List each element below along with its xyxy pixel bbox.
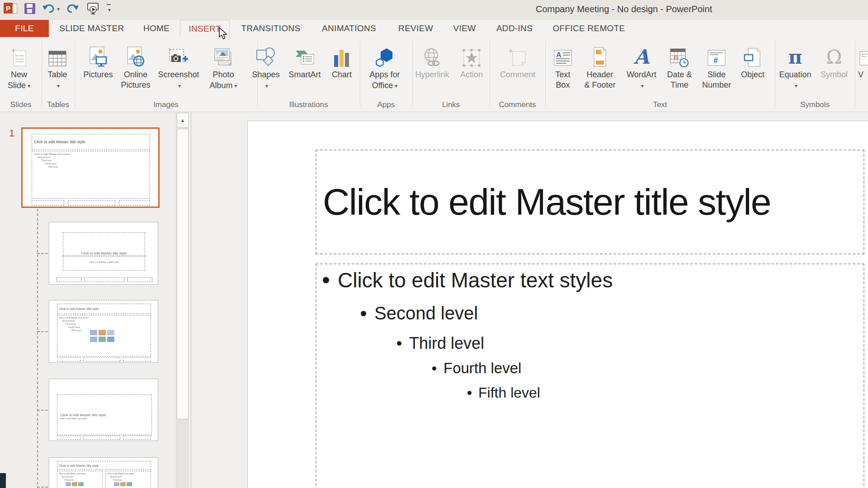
header-footer-icon <box>591 40 609 70</box>
header-footer-button[interactable]: Header & Footer <box>582 40 618 90</box>
group-separator <box>75 41 75 107</box>
bullet-dot <box>361 311 366 316</box>
pictures-icon <box>89 40 108 70</box>
footer-placeholder <box>57 277 82 282</box>
tab-view[interactable]: VIEW <box>445 20 484 37</box>
chart-icon <box>332 40 351 70</box>
screenshot-button[interactable]: Screenshot <box>156 40 202 91</box>
object-button[interactable]: Object <box>737 40 769 80</box>
layout-hierarchy-stub <box>37 410 48 411</box>
tab-file[interactable]: FILE <box>0 20 49 37</box>
comment-button: Comment <box>496 40 539 80</box>
equation-button[interactable]: π Equation <box>775 40 815 91</box>
save-button[interactable] <box>24 3 35 14</box>
master-title-text: Click to edit Master title style <box>323 181 771 223</box>
symbol-icon: Ω <box>826 40 842 70</box>
scrollbar-up-button[interactable]: ▲ <box>177 113 189 127</box>
shapes-button[interactable]: Shapes <box>250 40 282 91</box>
group-separator <box>360 41 360 107</box>
section-header-layout-thumbnail[interactable]: Click to edit Master title style Click t… <box>49 379 158 441</box>
chart-button[interactable]: Chart <box>328 40 356 80</box>
tab-office-remote[interactable]: OFFICE REMOTE <box>545 20 633 37</box>
tab-home[interactable]: HOME <box>134 20 179 37</box>
dropdown-caret-icon <box>395 80 397 91</box>
group-label-text: Text <box>545 99 775 110</box>
bullet-dot <box>323 277 329 283</box>
footer-placeholder <box>119 200 150 206</box>
footer-placeholder <box>32 200 64 206</box>
object-icon <box>743 40 763 70</box>
layout-hierarchy-stub <box>37 253 48 254</box>
apps-for-office-button[interactable]: Apps for Office <box>365 40 404 91</box>
pictures-button[interactable]: Pictures <box>82 40 114 80</box>
content-placeholder-icons <box>114 482 132 486</box>
slide-master-thumbnail[interactable]: Click to edit Master title style Click t… <box>21 127 160 208</box>
action-button: Action <box>457 40 486 80</box>
action-icon <box>462 40 481 70</box>
hyperlink-icon <box>422 40 442 70</box>
quick-access-toolbar: P <box>4 2 118 15</box>
smartart-button[interactable]: SmartArt <box>286 40 324 80</box>
master-body-placeholder[interactable]: Click to edit Master text styles Second … <box>316 263 864 488</box>
group-label-links: Links <box>412 99 490 110</box>
new-slide-button[interactable]: New Slide <box>3 40 35 91</box>
redo-button[interactable] <box>66 3 80 14</box>
wordart-icon: A <box>634 40 649 70</box>
scrollbar-thumb[interactable] <box>177 129 189 419</box>
footer-placeholder <box>85 277 124 282</box>
customize-quick-access-toolbar-button[interactable] <box>106 4 111 14</box>
bullet-level-1: Click to edit Master text styles <box>323 268 613 292</box>
dropdown-caret-icon <box>235 80 237 91</box>
slide-number-button[interactable]: # Slide Number <box>700 40 733 90</box>
wordart-button[interactable]: A WordArt <box>623 40 660 91</box>
tab-animations[interactable]: ANIMATIONS <box>313 20 385 37</box>
date-time-button[interactable]: Date & Time <box>664 40 695 90</box>
footer-placeholder <box>127 277 152 282</box>
start-presentation-button[interactable] <box>86 2 99 15</box>
table-button[interactable]: Table <box>44 40 71 91</box>
dropdown-caret-icon <box>28 80 30 91</box>
group-label-comments: Comments <box>490 99 545 110</box>
title-slide-layout-thumbnail[interactable]: Click to edit Master title style Click t… <box>49 222 158 285</box>
powerpoint-window: P <box>0 0 868 488</box>
undo-dropdown-caret-icon[interactable] <box>57 5 60 13</box>
title-content-layout-thumbnail[interactable]: Click to edit Master title style Click t… <box>49 300 158 363</box>
symbol-button: Ω Symbol <box>818 40 850 80</box>
undo-button[interactable] <box>42 3 60 14</box>
window-title: Company Meeting - No design - PowerPoint <box>536 4 712 14</box>
group-separator <box>490 41 490 107</box>
text-box-icon: A <box>553 40 573 70</box>
tab-transitions[interactable]: TRANSITIONS <box>234 20 307 37</box>
bullet-level-2: Second level <box>361 303 478 324</box>
thumbnail-scrollbar[interactable]: ▲ <box>176 112 189 488</box>
mouse-cursor <box>218 27 228 41</box>
dropdown-caret-icon <box>641 80 644 91</box>
hyperlink-button: Hyperlink <box>412 40 453 80</box>
group-label-illustrations: Illustrations <box>257 99 360 110</box>
slide-editing-canvas: Click to edit Master title style Click t… <box>191 112 868 488</box>
slide-thumbnail-panel: 1 Click to edit Master title style Click… <box>0 112 191 488</box>
two-content-layout-thumbnail[interactable]: Click to edit Master title style Click t… <box>49 457 158 488</box>
online-pictures-button[interactable]: Online Pictures <box>118 40 153 90</box>
text-box-button[interactable]: A Text Box <box>550 40 576 90</box>
shapes-icon <box>255 40 276 70</box>
slide-master-editing-surface[interactable]: Click to edit Master title style Click t… <box>247 121 868 488</box>
tab-addins[interactable]: ADD-INS <box>487 20 542 37</box>
footer-placeholder <box>123 357 151 361</box>
screenshot-icon <box>168 40 189 70</box>
footer-placeholder <box>57 357 80 361</box>
tab-slide-master[interactable]: SLIDE MASTER <box>54 20 129 37</box>
group-label-symbols: Symbols <box>775 99 855 110</box>
video-button-partial[interactable]: V <box>858 40 868 80</box>
footer-placeholder <box>68 200 115 206</box>
footer-placeholder <box>83 357 120 361</box>
bullet-dot <box>432 366 436 371</box>
new-slide-icon <box>10 40 28 70</box>
master-title-placeholder[interactable]: Click to edit Master title style <box>316 150 864 254</box>
group-label-apps: Apps <box>360 99 412 110</box>
smartart-icon <box>294 40 316 70</box>
window-corner-artifact <box>0 473 6 488</box>
tab-review[interactable]: REVIEW <box>390 20 442 37</box>
bullet-level-5: Fifth level <box>467 385 540 401</box>
photo-album-button[interactable]: Photo Album <box>203 40 243 91</box>
